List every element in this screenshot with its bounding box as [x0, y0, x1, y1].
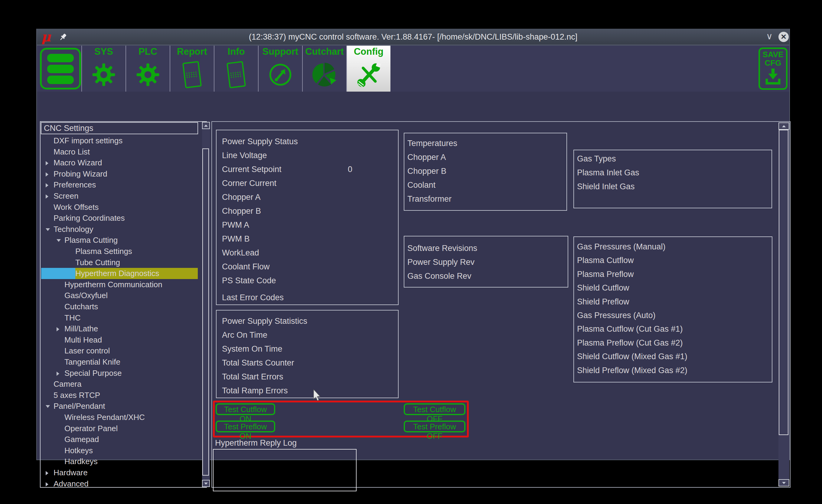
- scroll-up-icon[interactable]: [202, 122, 210, 129]
- software-revisions-panel: Software RevisionsPower Supply RevGas Co…: [404, 236, 568, 288]
- collapse-arrow-icon[interactable]: [57, 239, 61, 242]
- collapse-arrow-icon[interactable]: [46, 228, 50, 231]
- tree-item-thc[interactable]: THC: [41, 312, 198, 324]
- collapse-arrow-icon[interactable]: [46, 405, 50, 408]
- field-worklead: WorkLead: [222, 246, 398, 260]
- tab-config[interactable]: Config: [346, 46, 390, 92]
- tree-item-dxf-import-settings[interactable]: DXF import settings: [41, 135, 198, 146]
- field-chopper-a: Chopper A: [222, 190, 398, 204]
- sidebar-scrollbar-thumb[interactable]: [202, 148, 209, 476]
- tree-item-special-purpose[interactable]: Special Purpose: [41, 368, 198, 379]
- tab-sys[interactable]: SYS: [81, 46, 125, 92]
- tree-item-macro-list[interactable]: Macro List: [41, 146, 198, 157]
- expand-arrow-icon[interactable]: [46, 194, 48, 199]
- tree-item-panel-pendant[interactable]: Panel/Pendant: [41, 401, 198, 412]
- tab-plc[interactable]: PLC: [125, 46, 170, 92]
- field-plasma-cutflow: Plasma Cutflow: [577, 254, 772, 267]
- tree-item-plasma-cutting[interactable]: Plasma Cutting: [41, 234, 198, 246]
- expand-arrow-icon[interactable]: [57, 372, 59, 376]
- settings-tree-panel: CNC Settings DXF import settingsMacro Li…: [40, 121, 207, 488]
- field-coolant-flow: Coolant Flow: [222, 260, 398, 274]
- tree-item-label: Hypertherm Diagnostics: [75, 268, 159, 279]
- tree-item-label: Hardkeys: [64, 456, 98, 467]
- field-value: 0: [348, 162, 352, 176]
- tree-item-preferences[interactable]: Preferences: [41, 179, 198, 190]
- test-cutflow-on-button[interactable]: Test Cutflow ON: [216, 403, 275, 415]
- tab-report[interactable]: Report: [170, 46, 214, 92]
- scroll-up-icon[interactable]: [778, 122, 789, 130]
- reply-log-output[interactable]: [213, 449, 357, 491]
- menu-hamburger-button[interactable]: [40, 48, 81, 89]
- field-label: PWM A: [222, 220, 249, 229]
- field-chopper-b: Chopper B: [222, 204, 398, 218]
- field-temperatures: Temperatures: [407, 136, 566, 150]
- temperatures-panel: TemperaturesChopper AChopper BCoolantTra…: [404, 133, 567, 211]
- tree-item-advanced[interactable]: Advanced: [41, 478, 198, 487]
- tree-item-hotkeys[interactable]: Hotkeys: [41, 445, 198, 456]
- expand-arrow-icon[interactable]: [57, 327, 59, 331]
- save-cfg-button[interactable]: SAVE CFG: [759, 47, 788, 90]
- expand-arrow-icon[interactable]: [46, 471, 48, 475]
- tree-item-cutcharts[interactable]: Cutcharts: [41, 301, 198, 312]
- tree-item-plasma-settings[interactable]: Plasma Settings: [41, 246, 198, 257]
- expand-arrow-icon[interactable]: [46, 183, 48, 187]
- tree-item-work-offsets[interactable]: Work Offsets: [41, 202, 198, 213]
- tree-item-macro-wizard[interactable]: Macro Wizard: [41, 157, 198, 168]
- field-label: Power Supply Statistics: [222, 317, 307, 326]
- tree-item-hardkeys[interactable]: Hardkeys: [41, 456, 198, 467]
- tab-cutchart[interactable]: Cutchart: [302, 46, 346, 92]
- expand-arrow-icon[interactable]: [46, 482, 48, 486]
- main-scrollbar-thumb[interactable]: [779, 130, 788, 435]
- pie-chart-icon: [303, 59, 346, 90]
- field-label: PWM B: [222, 234, 250, 243]
- tree-item-gamepad[interactable]: Gamepad: [41, 434, 198, 445]
- field-label: Transformer: [407, 194, 451, 203]
- tree-item-mill-lathe[interactable]: Mill/Lathe: [41, 323, 198, 334]
- test-cutflow-off-button[interactable]: Test Cutflow OFF: [404, 403, 465, 415]
- tree-item-label: DXF import settings: [53, 135, 122, 146]
- tree-item-label: Tangential Knife: [64, 357, 120, 368]
- test-preflow-on-button[interactable]: Test Preflow ON: [216, 421, 275, 432]
- support-dial-icon: [259, 59, 302, 90]
- tree-item-label: Hypertherm Communication: [64, 279, 162, 290]
- field-label: Current Setpoint: [222, 165, 282, 174]
- test-preflow-off-button[interactable]: Test Preflow OFF: [404, 421, 465, 432]
- field-chopper-b: Chopper B: [407, 164, 566, 178]
- tree-item-gas-oxyfuel[interactable]: Gas/Oxyfuel: [41, 290, 198, 301]
- tree-item-hypertherm-diagnostics[interactable]: Hypertherm Diagnostics: [41, 268, 198, 279]
- tree-item-5-axes-rtcp[interactable]: 5 axes RTCP: [41, 390, 198, 401]
- tree-root-header[interactable]: CNC Settings: [41, 122, 198, 134]
- tree-item-camera[interactable]: Camera: [41, 379, 198, 390]
- tree-item-parking-coordinates[interactable]: Parking Coordinates: [41, 212, 198, 224]
- scroll-down-icon[interactable]: [202, 480, 210, 487]
- tab-info[interactable]: Info: [214, 46, 258, 92]
- tree-item-technology[interactable]: Technology: [41, 224, 198, 235]
- field-power-supply-status: Power Supply Status: [222, 134, 398, 148]
- tree-item-wireless-pendant-xhc[interactable]: Wireless Pendant/XHC: [41, 412, 198, 423]
- tree-item-tangential-knife[interactable]: Tangential Knife: [41, 357, 198, 368]
- field-label: Chopper B: [222, 206, 261, 215]
- tree-item-hardware[interactable]: Hardware: [41, 467, 198, 478]
- tree-item-operator-panel[interactable]: Operator Panel: [41, 423, 198, 434]
- tab-support[interactable]: Support: [258, 46, 302, 92]
- shade-window-icon[interactable]: ∨: [763, 29, 776, 44]
- expand-arrow-icon[interactable]: [46, 172, 48, 176]
- tree-item-hypertherm-communication[interactable]: Hypertherm Communication: [41, 279, 198, 290]
- field-current-setpoint: Current Setpoint0: [222, 162, 398, 176]
- sidebar-scrollbar[interactable]: [202, 122, 210, 487]
- tree-item-label: Parking Coordinates: [53, 212, 125, 224]
- tree-item-label: Multi Head: [64, 334, 102, 346]
- tree-item-laser-control[interactable]: Laser control: [41, 345, 198, 357]
- close-window-icon[interactable]: ✕: [778, 32, 789, 42]
- field-label: Corner Current: [222, 179, 277, 188]
- tree-item-multi-head[interactable]: Multi Head: [41, 334, 198, 346]
- tree-item-tube-cutting[interactable]: Tube Cutting: [41, 257, 198, 268]
- tree-item-screen[interactable]: Screen: [41, 190, 198, 202]
- scroll-down-icon[interactable]: [778, 479, 789, 486]
- tree-item-label: Mill/Lathe: [64, 323, 98, 334]
- tree-item-label: 5 axes RTCP: [53, 390, 100, 401]
- field-coolant: Coolant: [407, 178, 566, 192]
- expand-arrow-icon[interactable]: [46, 161, 48, 165]
- tree-item-probing-wizard[interactable]: Probing Wizard: [41, 168, 198, 179]
- main-scrollbar[interactable]: [778, 122, 789, 486]
